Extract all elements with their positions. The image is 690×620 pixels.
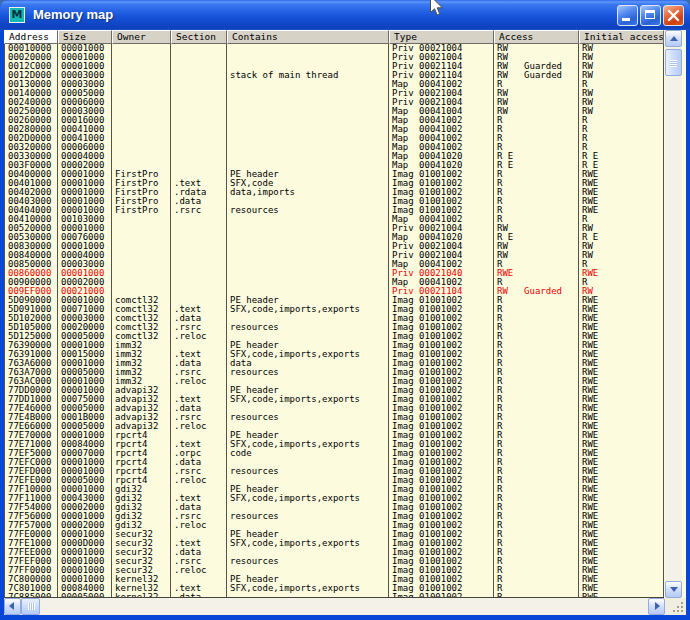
cell-type: Map 00041020 bbox=[389, 152, 494, 161]
table-row[interactable]: 0084000000004000Priv 00021004RWRW bbox=[4, 251, 664, 260]
table-row[interactable]: 0040300000001000FirstPro.dataImag 010010… bbox=[4, 197, 664, 206]
horizontal-scroll-thumb[interactable] bbox=[21, 598, 40, 615]
table-row[interactable]: 5D12500000005000comctl32.relocImag 01001… bbox=[4, 332, 664, 341]
titlebar[interactable]: M Memory map bbox=[0, 0, 690, 30]
cell-owner bbox=[112, 269, 171, 278]
table-row[interactable]: 77F5600000001000gdi32.rsrcresourcesImag … bbox=[4, 512, 664, 521]
table-row[interactable]: 77EFE00000005000rpcrt4.relocImag 0100100… bbox=[4, 476, 664, 485]
table-row[interactable]: 7C80100000084000kernel32.textSFX,code,im… bbox=[4, 584, 664, 593]
table-row[interactable]: 77F5400000002000gdi32.dataImag 01001002R… bbox=[4, 503, 664, 512]
table-row[interactable]: 0040400000001000FirstPro.rsrcresourcesIm… bbox=[4, 206, 664, 215]
table-row[interactable]: 0033000000004000Map 00041020R ER E bbox=[4, 152, 664, 161]
cell-owner: rpcrt4 bbox=[112, 476, 171, 485]
cell-address: 77F54000 bbox=[4, 503, 58, 512]
table-row[interactable]: 77E7100000084000rpcrt4.textSFX,code,impo… bbox=[4, 440, 664, 449]
table-row[interactable]: 77E6600000005000advapi32.relocImag 01001… bbox=[4, 422, 664, 431]
table-row[interactable]: 77FF000000001000secur32.relocImag 010010… bbox=[4, 566, 664, 575]
table-row[interactable]: 77F1000000001000gdi32PE headerImag 01001… bbox=[4, 485, 664, 494]
table-row[interactable]: 0032000000006000Map 00041002RR bbox=[4, 143, 664, 152]
table-row[interactable]: 0025000000003000Map 00041004RWRW bbox=[4, 107, 664, 116]
table-row[interactable]: 0052000000001000Priv 00021004RWRW bbox=[4, 224, 664, 233]
column-header-initial-access[interactable]: Initial access bbox=[579, 30, 664, 44]
vertical-scroll-thumb[interactable] bbox=[665, 49, 682, 76]
table-row[interactable]: 0040000000001000FirstProPE headerImag 01… bbox=[4, 170, 664, 179]
minimize-button[interactable] bbox=[617, 5, 638, 26]
cell-contains: SFX,code,imports,exports bbox=[227, 395, 389, 404]
table-row[interactable]: 0014000000005000Priv 00021004RWRW bbox=[4, 89, 664, 98]
table-row[interactable]: 7639100000015000imm32.textSFX,code,impor… bbox=[4, 350, 664, 359]
horizontal-scrollbar[interactable] bbox=[4, 598, 665, 615]
table-row[interactable]: 7C80000000001000kernel32PE headerImag 01… bbox=[4, 575, 664, 584]
column-header-section[interactable]: Section bbox=[171, 30, 227, 44]
table-row[interactable]: 0024000000006000Priv 00021004RWRW bbox=[4, 98, 664, 107]
scroll-up-button[interactable] bbox=[665, 30, 682, 47]
table-row[interactable]: 0001000000001000Priv 00021004RWRW bbox=[4, 44, 664, 53]
table-row[interactable]: 0012D00000003000stack of main threadPriv… bbox=[4, 71, 664, 80]
cell-address: 00280000 bbox=[4, 125, 58, 134]
table-row[interactable]: 763A600000001000imm32.datadataImag 01001… bbox=[4, 359, 664, 368]
table-row[interactable]: 0026000000016000Map 00041002RR bbox=[4, 116, 664, 125]
resize-grip[interactable] bbox=[665, 598, 686, 615]
cell-contains bbox=[227, 224, 389, 233]
scroll-left-button[interactable] bbox=[4, 598, 21, 615]
cell-access: R bbox=[494, 512, 579, 521]
table-row[interactable]: 77EFC00000001000rpcrt4.dataImag 01001002… bbox=[4, 458, 664, 467]
cell-size: 00002000 bbox=[58, 278, 112, 287]
column-header-access[interactable]: Access bbox=[494, 30, 579, 44]
table-row[interactable]: 77FEE00000001000secur32.dataImag 0100100… bbox=[4, 548, 664, 557]
cell-size: 00005000 bbox=[58, 404, 112, 413]
table-row[interactable]: 77EFD00000001000rpcrt4.rsrcresourcesImag… bbox=[4, 467, 664, 476]
column-header-size[interactable]: Size bbox=[58, 30, 112, 44]
column-header-owner[interactable]: Owner bbox=[112, 30, 171, 44]
table-row[interactable]: 763AC00000001000imm32.relocImag 01001002… bbox=[4, 377, 664, 386]
column-header-contains[interactable]: Contains bbox=[227, 30, 389, 44]
cell-type: Imag 01001002 bbox=[389, 476, 494, 485]
table-row[interactable]: 0028000000041000Map 00041002RR bbox=[4, 125, 664, 134]
table-row[interactable]: 0012C00000001000Priv 00021104RW GuardedR… bbox=[4, 62, 664, 71]
table-row[interactable]: 77F1100000043000gdi32.textSFX,code,impor… bbox=[4, 494, 664, 503]
table-row[interactable]: 0090000000002000Map 00041002RR bbox=[4, 278, 664, 287]
table-row[interactable]: 0083000000001000Priv 00021004RWRW bbox=[4, 242, 664, 251]
table-row[interactable]: 77E4B0000001B000advapi32.rsrcresourcesIm… bbox=[4, 413, 664, 422]
table-row[interactable]: 5D10500000020000comctl32.rsrcresourcesIm… bbox=[4, 323, 664, 332]
table-row[interactable]: 0085000000003000Map 00041002RR bbox=[4, 260, 664, 269]
cell-initial-access: RWE bbox=[579, 503, 664, 512]
scroll-down-button[interactable] bbox=[665, 581, 682, 598]
table-row[interactable]: 0040100000001000FirstPro.textSFX,codeIma… bbox=[4, 179, 664, 188]
table-row[interactable]: 77E4600000005000advapi32.dataImag 010010… bbox=[4, 404, 664, 413]
table-row[interactable]: 7639000000001000imm32PE headerImag 01001… bbox=[4, 341, 664, 350]
table-row[interactable]: 0086000000001000Priv 00021040RWERWE bbox=[4, 269, 664, 278]
table-row[interactable]: 0053000000076000Map 00041020R ER E bbox=[4, 233, 664, 242]
close-button[interactable] bbox=[663, 5, 684, 26]
table-row[interactable]: 5D09100000071000comctl32.textSFX,code,im… bbox=[4, 305, 664, 314]
cell-size: 00001000 bbox=[58, 179, 112, 188]
table-row[interactable]: 009EF00000021000Priv 00021104RW GuardedR… bbox=[4, 287, 664, 296]
table-row[interactable]: 003F000000002000Map 00041020R ER E bbox=[4, 161, 664, 170]
cell-access: R bbox=[494, 197, 579, 206]
table-row[interactable]: 77FE000000001000secur32PE headerImag 010… bbox=[4, 530, 664, 539]
table-row[interactable]: 77DD000000001000advapi32PE headerImag 01… bbox=[4, 386, 664, 395]
table-row[interactable]: 002D000000041000Map 00041002RR bbox=[4, 134, 664, 143]
cell-initial-access: RWE bbox=[579, 197, 664, 206]
table-row[interactable]: 77FEF00000001000secur32.rsrcresourcesIma… bbox=[4, 557, 664, 566]
table-row[interactable]: 5D09000000001000comctl32PE headerImag 01… bbox=[4, 296, 664, 305]
vertical-scrollbar[interactable] bbox=[665, 30, 682, 598]
table-row[interactable]: 5D10200000003000comctl32.dataImag 010010… bbox=[4, 314, 664, 323]
table-row[interactable]: 77EF500000007000rpcrt4.orpccodeImag 0100… bbox=[4, 449, 664, 458]
column-header-address[interactable]: Address bbox=[4, 30, 58, 44]
scroll-right-button[interactable] bbox=[648, 598, 665, 615]
table-row[interactable]: 0040200000001000FirstPro.rdatadata,impor… bbox=[4, 188, 664, 197]
app-icon[interactable]: M bbox=[9, 7, 25, 23]
table-row[interactable]: 77E7000000001000rpcrt4PE headerImag 0100… bbox=[4, 431, 664, 440]
cell-owner bbox=[112, 107, 171, 116]
table-row[interactable]: 0041000000103000Map 00041002RR bbox=[4, 215, 664, 224]
table-row[interactable]: 77F5700000002000gdi32.relocImag 01001002… bbox=[4, 521, 664, 530]
table-row[interactable]: 77FE10000000D000secur32.textSFX,code,imp… bbox=[4, 539, 664, 548]
maximize-button[interactable] bbox=[640, 5, 661, 26]
table-row[interactable]: 77DD100000075000advapi32.textSFX,code,im… bbox=[4, 395, 664, 404]
column-header-type[interactable]: Type bbox=[389, 30, 494, 44]
cell-address: 00010000 bbox=[4, 44, 58, 53]
table-row[interactable]: 0013000000003000Map 00041002RR bbox=[4, 80, 664, 89]
table-row[interactable]: 763A700000005000imm32.rsrcresourcesImag … bbox=[4, 368, 664, 377]
table-row[interactable]: 0002000000001000Priv 00021004RWRW bbox=[4, 53, 664, 62]
